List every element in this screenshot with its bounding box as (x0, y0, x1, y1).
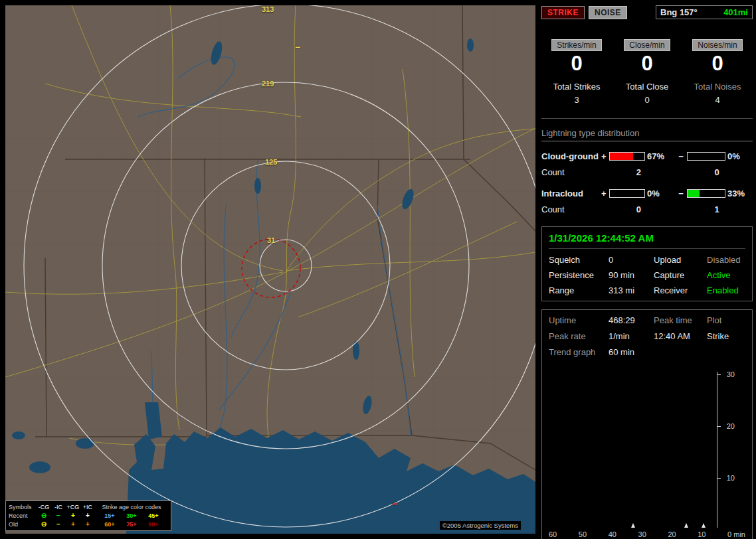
legend-col-ncg: -CG (37, 504, 51, 510)
copyright-notice: ©2005 Astrogenic Systems (440, 521, 521, 530)
cg-minus-bar (687, 152, 725, 161)
y-label-30: 30 (727, 370, 735, 378)
total-strikes-label: Total Strikes (541, 82, 612, 92)
squelch-value: 0 (609, 255, 654, 265)
ring-label-31: 31 (267, 236, 275, 244)
cg-plus-bar (609, 152, 645, 161)
range-value: 313 mi (609, 285, 654, 295)
total-noises-label: Total Noises (682, 82, 753, 92)
cg-plus-bar-fill (610, 153, 633, 160)
x-label-30: 30 (638, 530, 646, 538)
ic-plus-count: 0 (603, 204, 674, 214)
total-close-value: 0 (612, 95, 682, 105)
minus-sign: − (677, 151, 685, 161)
trend-spike (631, 523, 635, 528)
total-close-label: Total Close (612, 82, 682, 92)
cloud-ground-row: Cloud-ground + 67% − 0% (541, 148, 753, 164)
peak-time-label: Peak time (654, 315, 707, 325)
capture-status: Active (707, 270, 745, 280)
intracloud-label: Intracloud (541, 189, 600, 198)
legend-row: Old⊖−++60+75+90+ (9, 520, 168, 528)
x-label-40: 40 (609, 530, 616, 538)
bearing-value: Bng 157° (660, 7, 698, 17)
legend-col-pic: +IC (80, 504, 95, 510)
age-code: 45+ (143, 512, 165, 519)
uptime-value: 468:29 (609, 315, 654, 325)
trend-chart: 30 20 10 (549, 372, 745, 528)
age-code: 15+ (99, 512, 121, 519)
range-label: Range (549, 285, 609, 295)
cg-minus-pct: 0% (727, 151, 753, 161)
noises-per-min-label: Noises/min (692, 39, 742, 51)
x-label-10: 10 (698, 530, 706, 538)
ic-count-label: Count (541, 204, 603, 214)
ring-label-219: 219 (262, 80, 274, 88)
x-label-50: 50 (579, 530, 587, 538)
plot-value: Strike (707, 331, 745, 341)
strike-symbol-icon: − (51, 520, 66, 528)
stats-grid: Uptime 468:29 Peak time Plot Peak rate 1… (549, 315, 745, 357)
bearing-range-value: 401mi (723, 7, 748, 17)
mode-buttons-row: STRIKE NOISE Bng 157° 401mi (541, 5, 753, 19)
intracloud-count-row: Count 0 1 (541, 201, 753, 217)
trend-x-axis-labels: 60 50 40 30 20 10 0 min (549, 530, 745, 538)
current-datetime: 1/31/2026 12:44:52 AM (549, 232, 745, 249)
cg-minus-count: 0 (681, 167, 753, 177)
rate-counters: Strikes/min 0 Total Strikes 3 Close/min … (541, 39, 753, 105)
squelch-label: Squelch (549, 255, 609, 265)
y-label-10: 10 (727, 474, 735, 482)
strike-symbol-icon: − (51, 512, 66, 519)
status-box: 1/31/2026 12:44:52 AM Squelch 0 Upload D… (541, 226, 753, 301)
section-divider (541, 118, 753, 119)
plus-sign: + (600, 151, 607, 161)
ring-label-125: 125 (265, 158, 277, 166)
stats-box: Uptime 468:29 Peak time Plot Peak rate 1… (541, 309, 753, 539)
ring-label-313: 313 (262, 5, 274, 13)
x-label-60: 60 (549, 530, 557, 538)
trend-spike (702, 523, 706, 528)
age-code: 30+ (121, 512, 143, 519)
bearing-display: Bng 157° 401mi (656, 5, 753, 19)
noises-per-min-column: Noises/min 0 Total Noises 4 (682, 39, 753, 105)
ic-minus-bar-fill (688, 190, 700, 197)
strikes-per-min-value: 0 (541, 52, 612, 75)
age-code: 75+ (121, 521, 143, 528)
y-label-20: 20 (727, 422, 735, 430)
persistence-label: Persistence (549, 270, 609, 280)
x-label-20: 20 (668, 530, 676, 538)
cg-count-label: Count (541, 167, 603, 177)
peak-rate-value: 1/min (609, 331, 654, 341)
ic-plus-pct: 0% (647, 189, 670, 198)
close-per-min-column: Close/min 0 Total Close 0 (612, 39, 682, 105)
ic-plus-bar (609, 189, 645, 198)
upload-label: Upload (654, 255, 707, 265)
cloud-ground-count-row: Count 2 0 (541, 164, 753, 180)
trend-spike (684, 523, 688, 528)
trend-window-value: 60 min (609, 347, 654, 357)
close-per-min-value: 0 (612, 52, 682, 75)
legend-header: Symbols -CG -IC +CG +IC Strike age color… (9, 502, 168, 511)
upload-status: Disabled (707, 255, 745, 265)
cloud-ground-label: Cloud-ground (541, 151, 600, 161)
trend-graph-label: Trend graph (549, 347, 609, 357)
app-window: 313 219 125 31 −− Symbols -CG -IC +CG +I… (0, 0, 756, 539)
symbols-legend: Symbols -CG -IC +CG +IC Strike age color… (5, 501, 171, 531)
intracloud-row: Intracloud + 0% − 33% (541, 185, 753, 201)
cg-plus-pct: 67% (647, 151, 670, 161)
minus-sign: − (677, 189, 685, 198)
legend-row-label: Recent (9, 512, 37, 519)
legend-rows: Recent⊖−++15+30+45+Old⊖−++60+75+90+ (9, 511, 168, 528)
lightning-distribution-section: Lightning type distribution Cloud-ground… (541, 128, 753, 217)
noise-toggle-button[interactable]: NOISE (589, 6, 627, 19)
legend-row: Recent⊖−++15+30+45+ (9, 511, 168, 520)
trend-spikes-layer (549, 372, 717, 528)
lightning-map[interactable]: 313 219 125 31 −− Symbols -CG -IC +CG +I… (5, 5, 535, 534)
plus-sign: + (600, 189, 607, 198)
strike-toggle-button[interactable]: STRIKE (541, 6, 585, 19)
strike-symbol-icon: + (80, 520, 95, 528)
strike-symbol-icon: + (66, 520, 80, 528)
close-per-min-label: Close/min (624, 39, 670, 51)
ic-minus-count: 1 (681, 204, 753, 214)
legend-row-label: Old (9, 521, 37, 528)
total-strikes-value: 3 (541, 95, 612, 105)
